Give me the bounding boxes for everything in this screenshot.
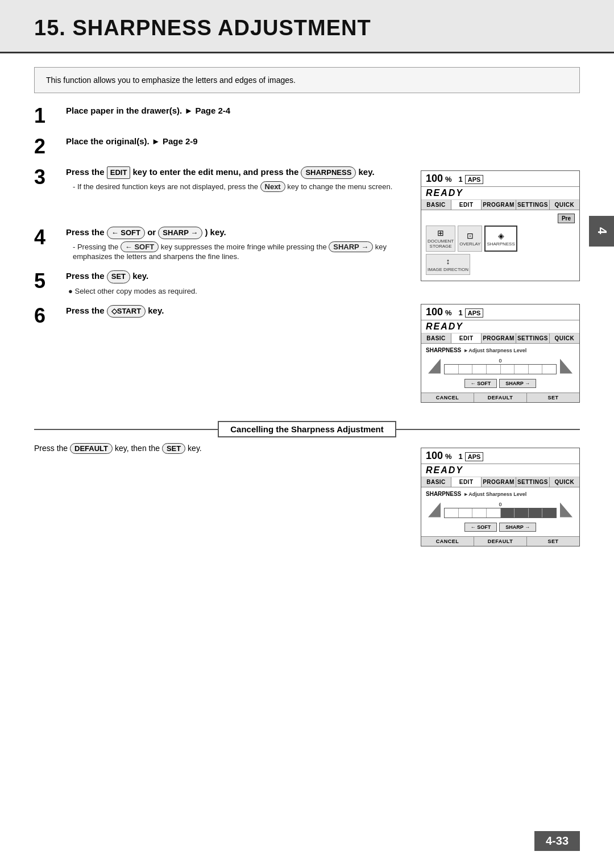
tab-settings[interactable]: SETTINGS [516,200,550,210]
icon-cell-2: ⊡ OVERLAY [458,226,482,252]
icon-row-1: ⊞ DOCUMENTSTORAGE ⊡ OVERLAY ◈ SHARPNESS [426,226,575,252]
pre-button[interactable]: Pre [558,214,575,223]
sharp-button[interactable]: SHARP → [499,379,536,388]
screen1-aps: APS [465,175,484,184]
cancel-section: Cancelling the Sharpness Adjustment Pres… [34,421,580,553]
step-2-row: 2 Place the original(s). ► Page 2-9 [34,135,580,157]
sharpness-key: SHARPNESS [301,166,356,179]
slider-track-3 [444,508,557,518]
sharpness-label-3: SHARPNESS ►Adjust Sharpness Level [426,491,575,497]
slider-area-2: 0 [426,354,575,378]
info-text: This function allows you to emphasize th… [46,76,296,85]
screen2-tab-program[interactable]: PROGRAM [482,333,516,343]
tab-program[interactable]: PROGRAM [482,200,516,210]
step-2-number: 2 [34,136,61,157]
sharp-key: SHARP → [158,227,202,239]
screen3-ready: READY [421,464,579,477]
cancel-btn-2[interactable]: CANCEL [421,393,474,402]
tab-quick[interactable]: QUICK [550,200,579,210]
icon-row-2: ↕ IMAGE DIRECTION [426,254,575,275]
header-section: 15. SHARPNESS ADJUSTMENT [0,0,614,53]
screen3-tab-program[interactable]: PROGRAM [482,477,516,487]
page: 15. SHARPNESS ADJUSTMENT 4 This function… [0,0,614,868]
screen3: 100 % 1 APS READY BASIC EDIT PROGRAM SET… [421,448,580,546]
step-1-content: Place paper in the drawer(s). ► Page 2-4 [66,105,580,116]
step-5-row: 5 Press the SET key. ● Select other copy… [34,270,407,295]
cancel-header-box: Cancelling the Sharpness Adjustment [218,421,396,437]
screen3-tabs: BASIC EDIT PROGRAM SETTINGS QUICK [421,477,579,487]
step-4-note: - Pressing the ← SOFT key suppresses the… [66,241,407,261]
screen3-status: 100 % 1 APS [421,448,579,464]
screen3-aps: APS [465,452,484,461]
step-6-number: 6 [34,306,61,326]
screen3-tab-basic[interactable]: BASIC [421,477,451,487]
next-key: Next [260,181,285,192]
step-5-bullet: ● Select other copy modes as required. [66,287,407,295]
step-1-text: Place paper in the drawer(s). ► Page 2-4 [66,105,580,116]
tab-basic[interactable]: BASIC [421,200,451,210]
step-4-row: 4 Press the ← SOFT or SHARP → ) key. - P… [34,226,407,261]
step-4-text: Press the ← SOFT or SHARP → ) key. [66,226,407,239]
default-btn-3[interactable]: DEFAULT [474,537,527,546]
slider-track-2 [444,364,557,374]
screen1-status: 100 % 1 APS [421,171,579,187]
steps-col: 3 Press the EDIT key to enter the edit m… [34,166,407,335]
screen2-tabs: BASIC EDIT PROGRAM SETTINGS QUICK [421,333,579,344]
info-box: This function allows you to emphasize th… [34,67,580,93]
step-6-row: 6 Press the ◇START key. [34,304,407,326]
screen2-body: SHARPNESS ►Adjust Sharpness Level 0 [421,344,579,393]
default-btn-2[interactable]: DEFAULT [474,393,527,402]
step-3-text: Press the EDIT key to enter the edit men… [66,166,407,179]
step-4-content: Press the ← SOFT or SHARP → ) key. - Pre… [66,226,407,261]
set-key-ref: SET [162,443,185,454]
cancel-two-col: Press the DEFAULT key, then the SET key.… [34,443,580,553]
soft-button-3[interactable]: ← SOFT [464,523,497,532]
screen2-tab-basic[interactable]: BASIC [421,333,451,343]
side-tab: 4 [589,216,614,247]
screen3-tab-settings[interactable]: SETTINGS [516,477,550,487]
screen3-tab-edit[interactable]: EDIT [451,477,482,487]
step-2-text: Place the original(s). ► Page 2-9 [66,135,580,147]
center-mark-3: 0 [444,502,557,507]
set-btn-3[interactable]: SET [527,537,579,546]
sharp-icon [560,359,572,374]
center-mark: 0 [444,358,557,364]
soft-icon-3 [428,503,441,518]
screen1-percent: 100 [426,173,443,185]
sharp-button-3[interactable]: SHARP → [499,523,536,532]
tab-edit[interactable]: EDIT [451,200,482,210]
right-line [396,429,580,430]
cancel-text: Press the DEFAULT key, then the SET key. [34,443,407,454]
screen2-tab-edit[interactable]: EDIT [451,333,482,343]
step-5-number: 5 [34,271,61,291]
page-title: 15. SHARPNESS ADJUSTMENT [34,16,580,40]
default-key-ref: DEFAULT [70,443,113,454]
screen1-num: 1 [459,175,463,183]
screenshot-col: 100 % 1 APS READY BASIC EDIT PROGRAM SET… [421,170,580,410]
screen2-tab-quick[interactable]: QUICK [550,333,579,343]
step-5-text: Press the SET key. [66,270,407,283]
slider-area-3: 0 [426,498,575,521]
screen3-body: SHARPNESS ►Adjust Sharpness Level 0 [421,487,579,536]
screen1-pct-sym: % [445,175,452,183]
screen2-bottom-btns: CANCEL DEFAULT SET [421,393,579,402]
screen1-tabs: BASIC EDIT PROGRAM SETTINGS QUICK [421,200,579,210]
screen3-tab-quick[interactable]: QUICK [550,477,579,487]
slider-segments [445,365,556,374]
step-2-content: Place the original(s). ► Page 2-9 [66,135,580,147]
sharpness-buttons-3: ← SOFT SHARP → [426,521,575,533]
main-content: 1 Place paper in the drawer(s). ► Page 2… [0,93,614,581]
screen3-percent: 100 [426,450,443,462]
step-1-number: 1 [34,106,61,126]
screen1: 100 % 1 APS READY BASIC EDIT PROGRAM SET… [421,170,580,281]
set-btn-2[interactable]: SET [527,393,579,402]
cancel-screenshot-col: 100 % 1 APS READY BASIC EDIT PROGRAM SET… [421,448,580,553]
cancel-header: Cancelling the Sharpness Adjustment [34,421,580,437]
sharpness-label-2: SHARPNESS ►Adjust Sharpness Level [426,347,575,353]
screen2-tab-settings[interactable]: SETTINGS [516,333,550,343]
cancel-btn-3[interactable]: CANCEL [421,537,474,546]
soft-button[interactable]: ← SOFT [464,379,497,388]
soft-key-ref: ← SOFT [121,241,159,252]
soft-icon [428,359,441,374]
step-3-content: Press the EDIT key to enter the edit men… [66,166,407,192]
